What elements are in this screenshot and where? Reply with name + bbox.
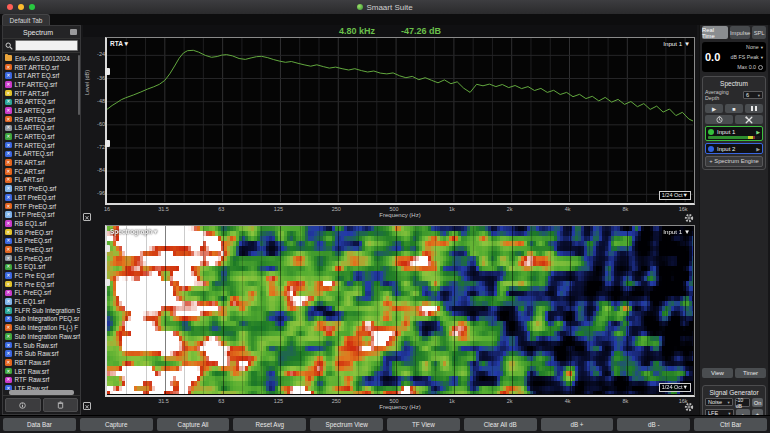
spectrograph-max-level-handle[interactable] <box>105 68 110 75</box>
generator-type-select[interactable]: Noise▾ <box>705 398 733 406</box>
file-list-item[interactable]: ✕FL PreEQ.srf <box>5 289 80 298</box>
file-list-item[interactable]: ✕Sub Integration Raw.srf <box>5 332 80 341</box>
engine-tools-button[interactable] <box>735 115 763 124</box>
file-list-item[interactable]: ✕LBT Raw.srf <box>5 367 80 376</box>
file-list-item[interactable]: ✕LBT ART EQ.srf <box>5 71 80 80</box>
file-list-item[interactable]: ✕RS ARTEQ.srf <box>5 115 80 124</box>
file-list-item[interactable]: ✕RBT ARTEQ.srf <box>5 63 80 72</box>
file-list-item[interactable]: ✕FR ART.srf <box>5 158 80 167</box>
file-list-item[interactable]: ✕LB ARTEQ.srf <box>5 106 80 115</box>
rta-settings-gear-icon[interactable] <box>684 213 694 223</box>
add-spectrum-engine-button[interactable]: + Spectrum Engine <box>705 156 763 167</box>
zoom-window-icon[interactable] <box>29 4 35 10</box>
timer-button[interactable]: Timer <box>735 368 766 378</box>
file-list-item[interactable]: ✕Sub Integration PEQ.sr <box>5 315 80 324</box>
input-2-expand-icon[interactable]: ▶ <box>756 146 760 152</box>
spectrograph-plot-title[interactable]: Spectrograph▼ <box>110 228 159 235</box>
bottom-bar-button-db-[interactable]: dB - <box>617 418 690 431</box>
meter-reset-button[interactable] <box>758 65 763 70</box>
spectrograph-octave-selector[interactable]: 1/24 Oct▼ <box>659 383 691 392</box>
panel-toggle-icon[interactable] <box>70 29 77 35</box>
rta-input-selector[interactable]: Input 1 ▼ <box>663 40 690 47</box>
file-list-item[interactable]: ✕RBT PreEQ.srf <box>5 184 80 193</box>
input-2-row[interactable]: Input 2 ▶ <box>705 143 763 154</box>
spectrograph-plot[interactable]: Spectrograph▼ Input 1 ▼ 1/24 Oct▼ <box>105 225 695 397</box>
bottom-bar-button-clear-all-db[interactable]: Clear All dB <box>464 418 537 431</box>
vertical-scrollbar[interactable] <box>78 55 81 115</box>
tab-default[interactable]: Default Tab <box>2 14 50 25</box>
bottom-bar-button-ctrl-bar[interactable]: Ctrl Bar <box>694 418 767 431</box>
spectrograph-time-handle-2[interactable] <box>105 279 110 286</box>
bottom-bar-button-spectrum-view[interactable]: Spectrum View <box>310 418 383 431</box>
file-list-item[interactable]: ✕LB PreEQ.srf <box>5 236 80 245</box>
rta-clear-cursor-icon[interactable]: ✕ <box>83 213 91 221</box>
file-list-item[interactable]: ✕RTF Raw.srf <box>5 375 80 384</box>
file-list-item[interactable]: ✕FR Sub Raw.srf <box>5 349 80 358</box>
file-list-item[interactable]: ✕RS PreEQ.srf <box>5 245 80 254</box>
file-list-item[interactable]: ✕LS EQ1.srf <box>5 263 80 272</box>
meter-unit[interactable]: dB FS Peak <box>730 54 758 60</box>
spectrograph-time-handle-1[interactable] <box>105 245 110 252</box>
file-type-icon: ✕ <box>5 168 12 175</box>
spectrograph-min-level-handle[interactable] <box>105 140 110 147</box>
input-1-row[interactable]: Input 1 ▶ <box>705 126 763 141</box>
file-list-item[interactable]: ✕LTF Raw.srf <box>5 384 80 390</box>
spectrograph-input-selector[interactable]: Input 1 ▼ <box>663 228 690 235</box>
timed-capture-button[interactable] <box>705 115 733 124</box>
file-list-item[interactable]: ✕RTF ART.srf <box>5 89 80 98</box>
file-list-item[interactable]: ✕RBT Raw.srf <box>5 358 80 367</box>
pause-button[interactable] <box>745 104 763 113</box>
view-button[interactable]: View <box>702 368 733 378</box>
rta-octave-selector[interactable]: 1/24 Oct▼ <box>659 191 691 200</box>
file-list-item[interactable]: ✕FR ARTEQ.srf <box>5 141 80 150</box>
search-input[interactable] <box>15 40 78 51</box>
file-list[interactable]: Erik-AVS 16012024 ✕RBT ARTEQ.srf✕LBT ART… <box>3 53 80 390</box>
rta-plot[interactable]: RTA▼ Input 1 ▼ 1/24 Oct▼ <box>105 37 695 205</box>
mode-button-spl[interactable]: SPL <box>752 26 766 39</box>
file-list-item[interactable]: ✕FC Pre EQ.srf <box>5 271 80 280</box>
folder-row[interactable]: Erik-AVS 16012024 <box>5 54 80 63</box>
file-list-item[interactable]: ✕FC ART.srf <box>5 167 80 176</box>
file-type-icon: ✕ <box>5 81 12 88</box>
file-list-item[interactable]: ✕Sub Integration FL(-) F <box>5 323 80 332</box>
bottom-bar-button-capture-all[interactable]: Capture All <box>157 418 230 431</box>
file-list-item[interactable]: ✕RB EQ1.srf <box>5 219 80 228</box>
meter-source[interactable]: None <box>746 44 759 50</box>
mode-button-impulse[interactable]: Impulse <box>730 26 750 39</box>
rta-plot-title[interactable]: RTA▼ <box>110 40 129 47</box>
spectrograph-settings-gear-icon[interactable] <box>684 402 694 412</box>
averaging-depth-select[interactable]: 6▾ <box>743 91 763 99</box>
file-list-item[interactable]: ✕FL EQ1.srf <box>5 297 80 306</box>
bottom-bar-button-data-bar[interactable]: Data Bar <box>3 418 76 431</box>
file-list-item[interactable]: ✕LS ARTEQ.srf <box>5 124 80 133</box>
file-list-item[interactable]: ✕LBT PreEQ.srf <box>5 193 80 202</box>
generator-level-value[interactable]: -10 dB <box>735 398 751 407</box>
file-list-item[interactable]: ✕FC ARTEQ.srf <box>5 132 80 141</box>
file-list-item[interactable]: ✕FL ARTEQ.srf <box>5 150 80 159</box>
generator-on-button[interactable]: On <box>752 398 763 407</box>
file-list-item[interactable]: ✕RTF PreEQ.srf <box>5 202 80 211</box>
input-1-expand-icon[interactable]: ▶ <box>756 129 760 135</box>
file-list-item[interactable]: ✕LTF PreEQ.srf <box>5 210 80 219</box>
minimize-window-icon[interactable] <box>18 4 24 10</box>
file-list-item[interactable]: ✕RB PreEQ.srf <box>5 228 80 237</box>
bottom-bar-button-capture[interactable]: Capture <box>80 418 153 431</box>
file-list-item[interactable]: ✕FL ART.srf <box>5 176 80 185</box>
file-list-item[interactable]: ✕LTF ARTEQ.srf <box>5 80 80 89</box>
delete-button[interactable] <box>43 398 79 412</box>
bottom-bar-button-tf-view[interactable]: TF View <box>387 418 460 431</box>
spectrograph-clear-cursor-icon[interactable]: ✕ <box>83 402 91 410</box>
stop-button[interactable]: ■ <box>725 104 743 113</box>
play-button[interactable]: ▶ <box>705 104 723 113</box>
info-button[interactable] <box>5 398 41 412</box>
file-list-item[interactable]: ✕FL Sub Raw.srf <box>5 341 80 350</box>
file-list-item[interactable]: ✕LS PreEQ.srf <box>5 254 80 263</box>
file-list-item[interactable]: ✕FR Pre EQ.srf <box>5 280 80 289</box>
close-window-icon[interactable] <box>7 4 13 10</box>
file-type-icon: ✕ <box>5 385 12 390</box>
file-list-item[interactable]: ✕RB ARTEQ.srf <box>5 97 80 106</box>
bottom-bar-button-reset-avg[interactable]: Reset Avg <box>233 418 306 431</box>
bottom-bar-button-db-[interactable]: dB + <box>541 418 614 431</box>
mode-button-real-time[interactable]: Real Time <box>702 26 728 39</box>
file-list-item[interactable]: ✕FLFR Sub Integration S <box>5 306 80 315</box>
